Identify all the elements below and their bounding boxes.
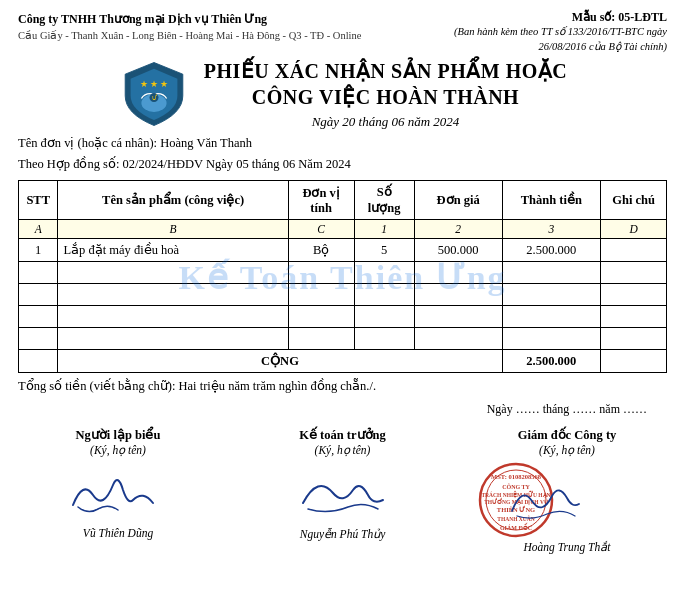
sig1-title: Người lập biểu	[28, 427, 208, 443]
total-text: Tổng số tiền (viết bằng chữ): Hai triệu …	[18, 378, 667, 394]
empty-cell	[58, 328, 288, 350]
th-ghichu: Ghi chú	[601, 181, 667, 220]
svg-text:Ư: Ư	[151, 95, 156, 102]
date-line: Ngày …… tháng …… năm ……	[18, 402, 667, 417]
title-date: Ngày 20 tháng 06 năm 2024	[204, 114, 568, 130]
logo: ★ ★ ★ Ư	[118, 58, 190, 130]
empty-cell	[58, 284, 288, 306]
sig2-title: Kế toán trưởng	[253, 427, 433, 443]
empty-cell	[19, 284, 58, 306]
table-header-row: STT Tên sản phẩm (công việc) Đơn vị tính…	[19, 181, 667, 220]
empty-cell	[19, 262, 58, 284]
sig3-image: MST: 0108208568 CÔNG TY TRÁCH NHIỆM HỮU …	[477, 461, 657, 536]
cell-stt-1: 1	[19, 239, 58, 262]
cell-tt-1: 2.500.000	[502, 239, 601, 262]
label-b: B	[58, 220, 288, 239]
empty-cell	[19, 306, 58, 328]
sig2-name: Nguyễn Phú Thủy	[253, 527, 433, 541]
empty-cell	[601, 262, 667, 284]
label-2: 2	[414, 220, 502, 239]
company-info: Công ty TNHH Thương mại Dịch vụ Thiên Ưn…	[18, 10, 361, 44]
empty-cell	[414, 284, 502, 306]
empty-cell	[414, 262, 502, 284]
date-label: Ngày …… tháng …… năm ……	[487, 402, 647, 416]
cell-name-1: Lắp đặt máy điều hoà	[58, 239, 288, 262]
sig1-image	[28, 461, 208, 523]
label-3: 3	[502, 220, 601, 239]
svg-text:★ ★ ★: ★ ★ ★	[139, 79, 168, 89]
empty-cell	[354, 306, 414, 328]
empty-cell	[502, 306, 601, 328]
label-d: D	[601, 220, 667, 239]
empty-cell	[601, 284, 667, 306]
empty-cell	[19, 328, 58, 350]
header: Công ty TNHH Thương mại Dịch vụ Thiên Ưn…	[18, 10, 667, 54]
th-stt: STT	[19, 181, 58, 220]
sig1-sub: (Ký, họ tên)	[28, 443, 208, 457]
empty-cell	[288, 306, 354, 328]
table-row: 1 Lắp đặt máy điều hoà Bộ 5 500.000 2.50…	[19, 239, 667, 262]
signatures: Người lập biểu (Ký, họ tên) Vũ Thiên Dũn…	[18, 427, 667, 554]
sig-block-3: Giám đốc Công ty (Ký, họ tên) MST: 01082…	[477, 427, 657, 554]
table-label-row: A B C 1 2 3 D	[19, 220, 667, 239]
cong-gc	[601, 350, 667, 373]
th-donvi: Đơn vị tính	[288, 181, 354, 220]
empty-cell	[354, 262, 414, 284]
table-row	[19, 284, 667, 306]
empty-cell	[502, 284, 601, 306]
title-section: ★ ★ ★ Ư PHIẾU XÁC NHẬN SẢN PHẨM HOẶC CÔN…	[18, 58, 667, 130]
cong-value: 2.500.000	[502, 350, 601, 373]
hop-dong-line: Theo Hợp đồng số: 02/2024/HĐDV Ngày 05 t…	[18, 156, 667, 172]
empty-cell	[354, 284, 414, 306]
mau-so: Mẫu số: 05-LĐTL (Ban hành kèm theo TT số…	[437, 10, 667, 54]
label-1: 1	[354, 220, 414, 239]
empty-cell	[288, 262, 354, 284]
mau-so-note: (Ban hành kèm theo TT số 133/2016/TT-BTC…	[437, 25, 667, 54]
empty-cell	[601, 328, 667, 350]
table-row	[19, 306, 667, 328]
th-soluong: Số lượng	[354, 181, 414, 220]
sig3-sub: (Ký, họ tên)	[477, 443, 657, 457]
sig2-image	[253, 461, 433, 523]
empty-cell	[414, 328, 502, 350]
cell-dg-1: 500.000	[414, 239, 502, 262]
empty-cell	[502, 328, 601, 350]
company-address: Cầu Giấy - Thanh Xuân - Long Biên - Hoàn…	[18, 28, 361, 44]
page: Công ty TNHH Thương mại Dịch vụ Thiên Ưn…	[0, 0, 685, 590]
cell-gc-1	[601, 239, 667, 262]
table-row	[19, 262, 667, 284]
cong-row: CỘNG 2.500.000	[19, 350, 667, 373]
empty-cell	[414, 306, 502, 328]
empty-cell	[58, 262, 288, 284]
title-line2: CÔNG VIỆC HOÀN THÀNH	[204, 84, 568, 110]
th-thanhtien: Thành tiền	[502, 181, 601, 220]
th-tensanpham: Tên sản phẩm (công việc)	[58, 181, 288, 220]
label-c: C	[288, 220, 354, 239]
mau-so-code: Mẫu số: 05-LĐTL	[437, 10, 667, 25]
empty-cell	[288, 284, 354, 306]
empty-cell	[288, 328, 354, 350]
sig-block-2: Kế toán trưởng (Ký, họ tên) Nguyễn Phú T…	[253, 427, 433, 554]
th-dongia: Đơn giá	[414, 181, 502, 220]
empty-cell	[58, 306, 288, 328]
cell-donvi-1: Bộ	[288, 239, 354, 262]
empty-cell	[354, 328, 414, 350]
don-vi-line: Tên đơn vị (hoặc cá nhân): Hoàng Văn Tha…	[18, 135, 667, 151]
sig2-sub: (Ký, họ tên)	[253, 443, 433, 457]
cell-sl-1: 5	[354, 239, 414, 262]
cong-label-empty	[19, 350, 58, 373]
label-a: A	[19, 220, 58, 239]
title-text: PHIẾU XÁC NHẬN SẢN PHẨM HOẶC CÔNG VIỆC H…	[204, 58, 568, 130]
main-table: STT Tên sản phẩm (công việc) Đơn vị tính…	[18, 180, 667, 373]
title-line1: PHIẾU XÁC NHẬN SẢN PHẨM HOẶC	[204, 58, 568, 84]
company-name: Công ty TNHH Thương mại Dịch vụ Thiên Ưn…	[18, 10, 361, 28]
empty-cell	[502, 262, 601, 284]
table-row	[19, 328, 667, 350]
sig3-title: Giám đốc Công ty	[477, 427, 657, 443]
empty-cell	[601, 306, 667, 328]
cong-label: CỘNG	[58, 350, 502, 373]
table-wrapper: Kế Toán Thiên Ưng STT Tên sản phẩm (công…	[18, 180, 667, 373]
sig-block-1: Người lập biểu (Ký, họ tên) Vũ Thiên Dũn…	[28, 427, 208, 554]
sig1-name: Vũ Thiên Dũng	[28, 527, 208, 539]
